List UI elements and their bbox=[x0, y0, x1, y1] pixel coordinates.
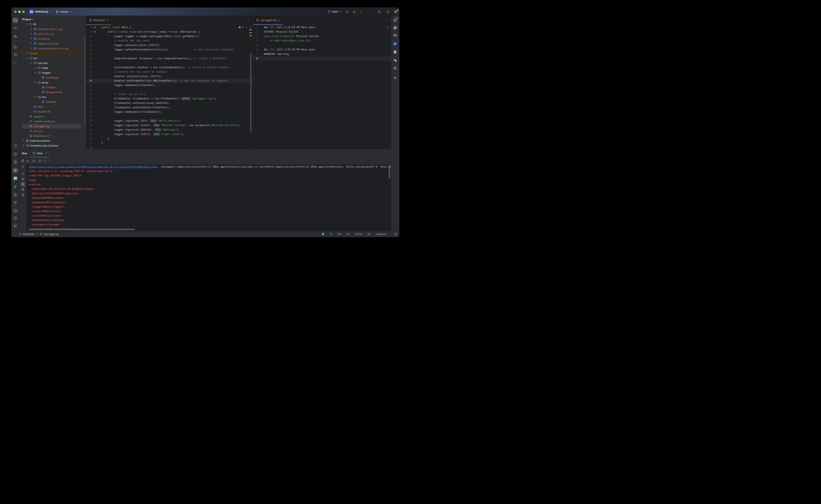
warning-stripe-mark[interactable] bbox=[249, 30, 252, 30]
console-arrow-down-button[interactable] bbox=[20, 171, 25, 176]
tree-item-mybatis-config-xml[interactable]: mybatis-config.xml bbox=[20, 119, 84, 124]
status-robot-widget[interactable] bbox=[367, 233, 371, 236]
tree-item-testmain[interactable]: TestMain bbox=[20, 99, 84, 104]
rerun-button[interactable] bbox=[21, 159, 24, 163]
line-ending-widget[interactable]: LF bbox=[347, 233, 350, 236]
title-bar[interactable]: WS WebStudy master Main bbox=[12, 8, 399, 16]
branch-selector[interactable]: master bbox=[56, 8, 72, 16]
editor-scrollbar[interactable] bbox=[250, 53, 252, 133]
status-openai-widget[interactable] bbox=[321, 233, 324, 236]
chevron-right-icon[interactable] bbox=[30, 42, 32, 45]
tool-window-button-ai-assistant[interactable] bbox=[392, 75, 398, 81]
chevron-right-icon[interactable] bbox=[26, 52, 28, 54]
tree-item-lombok-jar[interactable]: lombok.jar bbox=[20, 36, 84, 41]
stop-button[interactable] bbox=[26, 159, 29, 163]
indent-widget[interactable]: 4 spaces bbox=[376, 233, 386, 236]
console-printer-button[interactable] bbox=[20, 187, 25, 192]
tree-item-lib[interactable]: lib bbox=[20, 23, 84, 27]
chevron-down-icon[interactable] bbox=[26, 23, 28, 25]
run-configuration-selector[interactable]: Main bbox=[326, 8, 344, 16]
thread-dump-button[interactable] bbox=[32, 159, 36, 163]
tree-item-proxy[interactable]: proxy bbox=[20, 80, 84, 85]
code-with-me-button[interactable] bbox=[375, 8, 383, 16]
tool-window-button-terminal[interactable] bbox=[13, 208, 18, 214]
tree-item-shopper[interactable]: Shopper bbox=[20, 85, 84, 90]
status-file-widget[interactable]: myLogger.log bbox=[39, 233, 59, 236]
tree-item-mybatisutil[interactable]: MybatisUtil bbox=[20, 109, 84, 114]
chevron-right-icon[interactable] bbox=[30, 28, 32, 30]
tree-item-scratches-and-consoles[interactable]: Scratches and Consoles bbox=[20, 143, 84, 148]
debug-button[interactable] bbox=[351, 8, 358, 16]
encoding-widget[interactable]: UTF-8 bbox=[355, 233, 362, 236]
tool-window-button-version-control[interactable] bbox=[13, 223, 18, 229]
more-actions-button[interactable] bbox=[358, 8, 364, 16]
tree-item-hamcrest-core-1-1-jar[interactable]: hamcrest-core-1.1.jar bbox=[20, 27, 84, 31]
tool-window-button-more-tool-windows[interactable] bbox=[13, 60, 18, 66]
tab-options-kebab-icon[interactable] bbox=[385, 19, 388, 22]
lock-widget[interactable] bbox=[394, 233, 397, 236]
run-console-output[interactable]: /Users/eve/Library/Java/JavaVirtualMachi… bbox=[27, 165, 391, 231]
chevron-right-icon[interactable] bbox=[22, 144, 25, 147]
status-plugin-v-widget[interactable] bbox=[330, 233, 333, 236]
chevron-right-icon[interactable] bbox=[30, 47, 32, 50]
tool-window-button-community-chat[interactable] bbox=[392, 57, 398, 63]
console-arrow-up-button[interactable] bbox=[20, 165, 25, 169]
tree-item-src[interactable]: src bbox=[20, 56, 84, 61]
tool-window-button-build[interactable] bbox=[13, 184, 18, 190]
tree-item-main[interactable]: Main bbox=[20, 104, 84, 109]
console-horizontal-scrollbar[interactable] bbox=[28, 229, 135, 230]
tool-window-button-run[interactable] bbox=[13, 168, 18, 173]
tool-window-button-pull-requests[interactable] bbox=[13, 34, 18, 39]
close-icon[interactable] bbox=[45, 152, 47, 154]
tool-window-button-plugin-owl[interactable] bbox=[13, 175, 18, 181]
minimize-window-button[interactable] bbox=[18, 11, 21, 13]
tree-item-entity[interactable]: entity bbox=[20, 65, 84, 70]
run-line-icon[interactable] bbox=[94, 26, 96, 28]
project-panel-header[interactable]: Project bbox=[20, 16, 86, 23]
code-editor-main-java[interactable]: 9public class Main {10 public static voi… bbox=[86, 25, 253, 149]
tab-options-kebab-icon[interactable] bbox=[247, 19, 250, 22]
log-editor-mylogger[interactable]: 1Apr 27, 2024 2:25:59 PM Main main2SEVER… bbox=[253, 25, 391, 149]
search-everywhere-button[interactable] bbox=[383, 8, 392, 16]
chevron-down-icon[interactable] bbox=[34, 81, 37, 84]
tree-item-out[interactable]: out bbox=[20, 51, 84, 56]
caret-position-widget[interactable]: 8:1 bbox=[338, 233, 341, 236]
tool-window-button-profiler[interactable] bbox=[13, 151, 18, 157]
tool-window-button-commit[interactable] bbox=[13, 25, 18, 31]
chevron-right-icon[interactable] bbox=[34, 67, 37, 69]
prev-problem-chevron-icon[interactable] bbox=[245, 26, 247, 28]
chevron-down-icon[interactable] bbox=[34, 96, 37, 98]
project-selector[interactable]: WebStudy bbox=[35, 8, 52, 16]
tool-window-button-structure[interactable] bbox=[13, 44, 18, 50]
no-problems-check-icon[interactable] bbox=[386, 26, 389, 29]
tree-item-mysql-connector-j-8-2-0-jar[interactable]: mysql-connector-j-8.2.0.jar bbox=[20, 46, 84, 51]
tool-window-button-dependencies[interactable] bbox=[13, 200, 18, 205]
tool-window-button-services-db[interactable] bbox=[13, 159, 18, 165]
tree-item-text-xml[interactable]: text.xml bbox=[20, 129, 84, 133]
tool-window-button-database[interactable] bbox=[392, 25, 398, 31]
tool-window-button-openai[interactable] bbox=[392, 49, 398, 55]
run-line-icon[interactable] bbox=[94, 31, 96, 33]
import-test-results-button[interactable] bbox=[38, 159, 42, 163]
inspections-widget[interactable]: 3 bbox=[238, 26, 251, 29]
chevron-right-icon[interactable] bbox=[22, 139, 25, 142]
close-icon[interactable] bbox=[278, 19, 281, 21]
tool-window-button-chat[interactable] bbox=[392, 41, 398, 47]
chevron-down-icon[interactable] bbox=[34, 71, 37, 74]
status-project-widget[interactable]: WebStudy bbox=[19, 233, 34, 236]
tree-item-com-test[interactable]: com.test bbox=[20, 61, 84, 65]
tree-item-mapper[interactable]: mapper bbox=[20, 70, 84, 75]
tool-window-button-bookmarks[interactable] bbox=[13, 52, 18, 57]
tool-window-button-ai-robot[interactable] bbox=[392, 33, 398, 38]
chevron-right-icon[interactable] bbox=[30, 37, 32, 40]
close-window-button[interactable] bbox=[14, 11, 17, 13]
console-scroll-end-button[interactable] bbox=[20, 182, 25, 187]
profiler-button[interactable] bbox=[43, 159, 47, 163]
tree-item-external-libraries[interactable]: External Libraries bbox=[20, 138, 84, 143]
project-tree-scrollbar[interactable] bbox=[84, 37, 86, 127]
tree-item-testmapper[interactable]: TestMapper bbox=[20, 75, 84, 80]
tree-item--gitignore[interactable]: .gitignore bbox=[20, 114, 84, 119]
tool-window-button-recent-target[interactable] bbox=[392, 65, 398, 71]
warning-stripe-mark[interactable] bbox=[249, 35, 252, 36]
tree-item-webstudy-iml[interactable]: WebStudy.iml bbox=[20, 133, 84, 138]
